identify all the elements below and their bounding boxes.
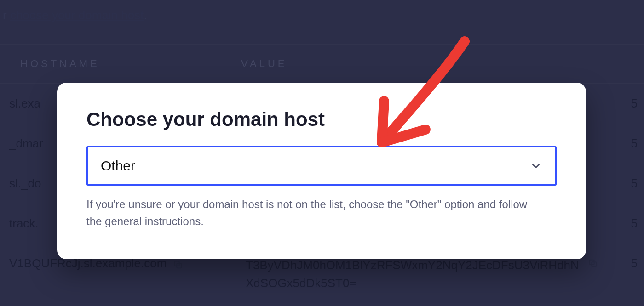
intro-prefix: r bbox=[0, 8, 10, 22]
domain-host-select[interactable]: Other bbox=[86, 146, 557, 186]
value-cell: T3ByVDhJM0hOM1BlYzRFSWxmY2NqY2JEcDFsU3Vi… bbox=[246, 256, 618, 292]
hostname-text: sl._do bbox=[9, 176, 41, 191]
choose-domain-host-modal: Choose your domain host Other If you're … bbox=[57, 83, 586, 259]
chevron-down-icon bbox=[529, 159, 542, 172]
column-header-hostname: HOSTNAME bbox=[20, 58, 241, 70]
select-value: Other bbox=[101, 158, 135, 174]
column-header-value: VALUE bbox=[241, 58, 288, 70]
table-header-row: HOSTNAME VALUE bbox=[0, 44, 644, 84]
modal-title: Choose your domain host bbox=[86, 108, 557, 130]
value-text: T3ByVDhJM0hOM1BlYzRFSWxmY2NqY2JEcDFsU3Vi… bbox=[246, 256, 581, 292]
modal-hint: If you're unsure or your domain host is … bbox=[86, 196, 528, 230]
hostname-text: _dmar bbox=[9, 136, 43, 151]
trailing-cell: 5 bbox=[631, 96, 644, 111]
hostname-text: sl.exa bbox=[9, 96, 40, 111]
copy-icon[interactable] bbox=[173, 260, 183, 270]
choose-domain-host-link[interactable]: choose your domain host bbox=[10, 8, 144, 22]
intro-suffix: . bbox=[144, 8, 147, 22]
trailing-cell: 5 bbox=[631, 136, 644, 151]
intro-text: r choose your domain host. bbox=[0, 8, 147, 23]
trailing-cell: 5 bbox=[631, 216, 644, 231]
trailing-cell: 5 bbox=[631, 256, 644, 271]
copy-icon[interactable] bbox=[588, 258, 598, 268]
trailing-cell: 5 bbox=[631, 176, 644, 191]
hostname-text: track. bbox=[9, 216, 39, 231]
